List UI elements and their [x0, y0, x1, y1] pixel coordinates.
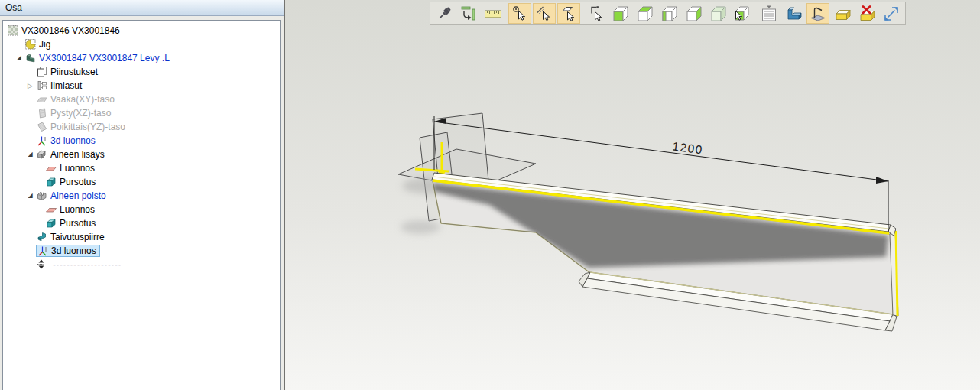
- tree-item-plane-xy[interactable]: Vaaka(XY)-taso: [3, 93, 280, 106]
- select-face-button[interactable]: [731, 3, 754, 24]
- viewport-toolbar: [430, 2, 906, 25]
- tree-selection-highlight: 3d luonnos: [36, 245, 100, 257]
- tree-item-extrude[interactable]: Pursotus: [3, 175, 280, 189]
- tree-item-label: VX3001847 VX3001847 Levy .L: [38, 53, 172, 63]
- measure-icon: [459, 4, 479, 24]
- tree-item-label: Ilmiasut: [50, 80, 84, 91]
- jig-icon: [25, 39, 38, 50]
- tree-item-drawings[interactable]: Piirustukset: [3, 65, 280, 79]
- reorder-arrows-icon: [37, 259, 50, 270]
- plane-xz-icon: [37, 108, 50, 119]
- tree-item-label: Piirustukset: [50, 67, 100, 77]
- tree-item-3d-sketch[interactable]: 3d luonnos: [3, 134, 280, 148]
- view-left-button[interactable]: [657, 3, 680, 24]
- snap-line-icon: [534, 4, 554, 24]
- box-delete-button[interactable]: [855, 3, 878, 24]
- expander-expanded-icon[interactable]: ◢: [24, 189, 37, 203]
- configurations-icon: [37, 80, 50, 91]
- view-top-button[interactable]: [633, 3, 656, 24]
- tree-item-label: 3d luonnos: [50, 135, 98, 146]
- tree-item-add-material[interactable]: ◢ Aineen lisäys: [3, 148, 280, 161]
- view-right-button[interactable]: [682, 3, 705, 24]
- tree-item-label: Aineen poisto: [50, 190, 109, 201]
- part-browser-panel: Osa VX3001846 VX3001846 Jig ◢ VX3001847 …: [0, 0, 285, 390]
- model-scene: 1200: [285, 0, 980, 390]
- bend-feature-icon: [37, 232, 50, 242]
- plane-yz-icon: [37, 122, 50, 132]
- tree-item-label: VX3001846 VX3001846: [21, 25, 122, 36]
- view-shaded-button[interactable]: [706, 3, 729, 24]
- expander-expanded-icon[interactable]: ◢: [24, 148, 37, 161]
- expand-icon: [881, 4, 901, 24]
- 3d-viewport[interactable]: 1200: [285, 0, 980, 390]
- tree-item-label: Pursotus: [59, 218, 98, 229]
- selected-edge-right[interactable]: [896, 231, 897, 316]
- l-profile-icon: [784, 4, 803, 24]
- bend-button[interactable]: [806, 3, 829, 24]
- view-right-cube-icon: [683, 4, 703, 24]
- tree-item-label: Poikittais(YZ)-taso: [50, 122, 128, 132]
- select-element-button[interactable]: [584, 3, 607, 24]
- view-solid-cube-icon: [610, 4, 630, 24]
- box-button[interactable]: [831, 3, 854, 24]
- select-face-icon: [732, 4, 752, 24]
- snap-point-icon: [510, 4, 530, 24]
- tree-item-extrude[interactable]: Pursotus: [3, 216, 280, 230]
- ruler-icon: [483, 4, 503, 24]
- panel-title: Osa: [0, 0, 284, 16]
- feature-tree[interactable]: VX3001846 VX3001846 Jig ◢ VX3001847 VX30…: [2, 20, 281, 390]
- tree-item-label: Pursotus: [59, 177, 98, 187]
- tree-item-3d-sketch-selected[interactable]: 3d luonnos: [3, 244, 280, 258]
- tree-item-bend-feature[interactable]: Taivutuspiirre: [3, 230, 280, 244]
- tree-item-remove-material[interactable]: ◢ Aineen poisto: [3, 189, 280, 203]
- tree-item-label: Vaaka(XY)-taso: [50, 94, 117, 105]
- part-root-icon: [8, 25, 21, 36]
- pin-button[interactable]: [433, 3, 456, 24]
- tree-item-label: --------------------: [50, 259, 124, 270]
- expander-expanded-icon[interactable]: ◢: [12, 51, 25, 65]
- feature-list-button[interactable]: [758, 3, 780, 24]
- tree-item-label: Taivutuspiirre: [50, 232, 107, 242]
- tree-item-sketch[interactable]: Luonnos: [3, 161, 280, 175]
- cast-shadow: [401, 220, 440, 234]
- snap-point-button[interactable]: [508, 3, 531, 24]
- view-shaded-cube-icon: [708, 4, 728, 24]
- sheet-part-icon: [25, 53, 38, 63]
- dimension-text[interactable]: 1200: [672, 139, 704, 156]
- ruler-button[interactable]: [482, 3, 505, 24]
- sketch-3d-icon: [37, 135, 50, 146]
- view-left-cube-icon: [659, 4, 679, 24]
- tree-item-jig[interactable]: Jig: [3, 37, 280, 51]
- tree-item-sketch[interactable]: Luonnos: [3, 203, 280, 216]
- drawings-icon: [37, 67, 50, 77]
- tree-item-separator[interactable]: --------------------: [3, 258, 280, 271]
- box-icon: [832, 4, 852, 24]
- expand-button[interactable]: [880, 3, 903, 24]
- profile-button[interactable]: [782, 3, 805, 24]
- view-top-cube-icon: [634, 4, 654, 24]
- sketch-icon: [46, 204, 59, 215]
- snap-face-button[interactable]: [557, 3, 580, 24]
- tree-item-label: Luonnos: [59, 163, 97, 174]
- plane-xy-icon: [37, 94, 50, 105]
- pin-icon: [434, 4, 454, 24]
- box-delete-icon: [857, 4, 877, 24]
- tree-item-label: Luonnos: [59, 204, 97, 215]
- tree-item-plane-xz[interactable]: Pysty(XZ)-taso: [3, 106, 280, 120]
- select-element-icon: [586, 4, 605, 24]
- tree-item-configurations[interactable]: ▷ Ilmiasut: [3, 79, 280, 93]
- expander-collapsed-icon[interactable]: ▷: [24, 79, 37, 93]
- measure-button[interactable]: [457, 3, 480, 24]
- tree-item-label: Pysty(XZ)-taso: [50, 108, 113, 119]
- snap-line-button[interactable]: [533, 3, 556, 24]
- tree-item-root[interactable]: VX3001846 VX3001846: [3, 24, 280, 37]
- sketch-icon: [46, 163, 59, 174]
- feature-list-icon: [759, 4, 779, 24]
- extrude-icon: [46, 177, 59, 187]
- tree-item-sheet-part[interactable]: ◢ VX3001847 VX3001847 Levy .L: [3, 51, 280, 65]
- view-solid-button[interactable]: [608, 3, 631, 24]
- tree-item-plane-yz[interactable]: Poikittais(YZ)-taso: [3, 120, 280, 134]
- add-material-icon: [37, 149, 50, 160]
- extrude-icon: [46, 218, 59, 229]
- tree-item-label: Jig: [38, 39, 53, 50]
